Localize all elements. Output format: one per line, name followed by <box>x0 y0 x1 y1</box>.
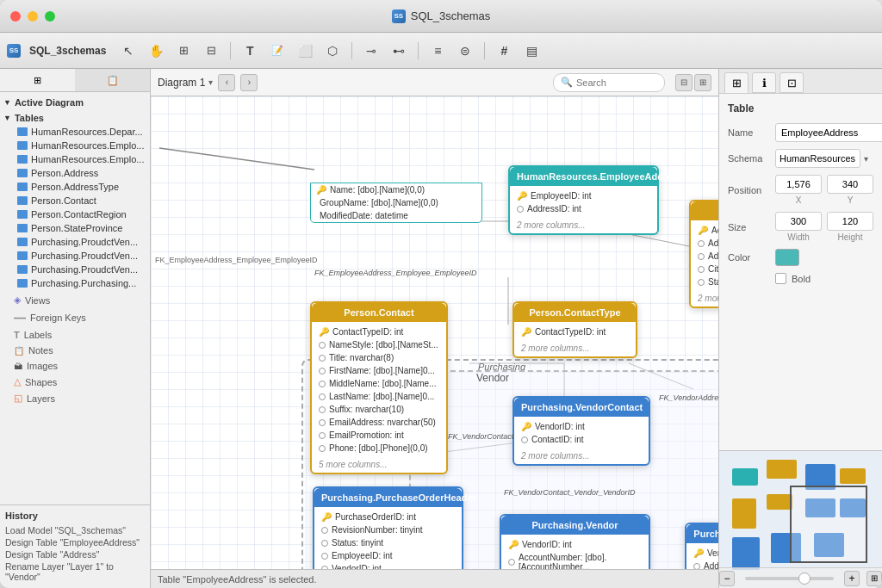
hand-tool-button[interactable]: ✋ <box>144 39 168 63</box>
x-input[interactable] <box>775 175 822 194</box>
table-person-contacttype[interactable]: Person.ContactType 🔑 ContactTypeID: int … <box>512 301 637 358</box>
history-item-4[interactable]: Rename Layer "Layer 1" to "Vendor" <box>5 560 145 583</box>
field-icon <box>508 559 515 566</box>
sidebar-tab-model[interactable]: 📋 <box>75 69 150 91</box>
note-tool-button[interactable]: 📝 <box>265 39 289 63</box>
sidebar-item-purchasing-1[interactable]: Purchasing.ProudctVen... <box>0 235 150 249</box>
mini-viewport[interactable] <box>790 486 867 563</box>
zoom-out-button[interactable]: + <box>844 571 860 586</box>
sidebar-item-layers[interactable]: ◱ Layers <box>0 390 150 406</box>
sidebar-item-person-addresstype[interactable]: Person.AddressType <box>0 180 150 194</box>
maximize-button[interactable] <box>45 11 55 22</box>
sidebar-item-hr-depar[interactable]: HumanResources.Depar... <box>0 125 150 139</box>
diagram-dropdown-icon[interactable]: ▾ <box>208 77 213 87</box>
table-vendor[interactable]: Purchasing.Vendor 🔑 VendorID: int Accoun… <box>500 514 650 569</box>
panel-name-label: Name <box>728 127 775 138</box>
color-swatch[interactable] <box>775 249 799 266</box>
history-item-2[interactable]: Design Table "EmployeeAddress" <box>5 536 145 548</box>
view-split-button[interactable]: ⊟ <box>675 74 693 91</box>
svg-line-3 <box>629 234 693 247</box>
table-employee-address[interactable]: HumanResources.EmployeeAddress 🔑 Employe… <box>508 165 659 235</box>
panel-schema-row: Schema HumanResources <box>728 149 873 168</box>
history-item-3[interactable]: Design Table "Address" <box>5 548 145 560</box>
view-tool-button[interactable]: ⊟ <box>199 39 223 63</box>
image-tool-button[interactable]: ⬜ <box>293 39 317 63</box>
table-header-vc: Purchasing.VendorContact <box>514 398 649 417</box>
sidebar-item-views[interactable]: ◈ Views <box>0 292 150 308</box>
nav-back-button[interactable]: ‹ <box>218 74 235 91</box>
close-button[interactable] <box>10 11 21 22</box>
right-tab-table[interactable]: ⊞ <box>724 72 748 93</box>
sidebar-item-images[interactable]: 🏔 Images <box>0 358 150 374</box>
table-icon <box>17 196 28 205</box>
sidebar-item-shapes[interactable]: △ Shapes <box>0 374 150 390</box>
nav-forward-button[interactable]: › <box>240 74 258 91</box>
sidebar-item-notes[interactable]: 📋 Notes <box>0 343 150 358</box>
tables-header[interactable]: Tables <box>0 111 150 125</box>
height-input[interactable] <box>827 212 873 231</box>
right-panel-content: Table Name Schema HumanResources Positio… <box>719 94 882 450</box>
table-icon <box>17 238 28 246</box>
table-row: 🔑 VendorID: int <box>514 420 649 433</box>
mini-shape-4 <box>732 498 756 529</box>
table-vendor-address[interactable]: Purchasing.VendorAddress 🔑 VendorID: int… <box>685 523 718 569</box>
y-input[interactable] <box>827 175 873 194</box>
equal-button[interactable]: ⊜ <box>453 39 477 63</box>
vendor-label: Vendor <box>476 372 509 384</box>
sidebar-item-purchasing-4[interactable]: Purchasing.Purchasing... <box>0 276 150 290</box>
table-name-1: HumanResources.Depar... <box>31 127 143 137</box>
panel-button[interactable]: ▤ <box>519 39 543 63</box>
table-row: StateProvinceID: int <box>691 275 718 288</box>
mini-map-footer: − + ⊞ <box>719 567 882 588</box>
zoom-in-button[interactable]: − <box>719 571 735 586</box>
link2-tool-button[interactable]: ⊷ <box>387 39 411 63</box>
link1-tool-button[interactable]: ⊸ <box>359 39 383 63</box>
bold-checkbox[interactable] <box>775 273 786 284</box>
table-row: Title: nvarchar(8) <box>312 351 446 364</box>
sidebar-item-purchasing-3[interactable]: Purchasing.ProudctVen... <box>0 263 150 276</box>
table-tool-button[interactable]: ⊞ <box>171 39 196 63</box>
table-row: VendorID: int <box>314 562 462 569</box>
mini-grid-button[interactable]: ⊞ <box>866 571 882 586</box>
width-label: Width <box>775 232 822 242</box>
sidebar-item-purchasing-2[interactable]: Purchasing.ProudctVen... <box>0 249 150 263</box>
diagram-canvas[interactable]: FK_EmployeeAddress_Employee_EmployeeID P… <box>151 96 718 569</box>
sidebar-item-person-contact[interactable]: Person.Contact <box>0 194 150 207</box>
align-button[interactable]: ≡ <box>425 39 450 63</box>
sidebar-item-hr-emplo2[interactable]: HumanResources.Emplo... <box>0 152 150 166</box>
table-purchase-order-header[interactable]: Purchasing.PurchaseOrderHeader 🔑 Purchas… <box>313 486 463 569</box>
sidebar-item-foreign-keys[interactable]: — Foreign Keys <box>0 308 150 327</box>
right-tab-sql[interactable]: ⊡ <box>780 72 804 93</box>
notes-label: Notes <box>28 345 53 356</box>
zoom-slider[interactable] <box>745 577 834 580</box>
zoom-thumb[interactable] <box>798 573 811 585</box>
active-diagram-header[interactable]: Active Diagram <box>0 96 150 109</box>
table-row: NameStyle: [dbo].[NameSt... <box>312 338 446 351</box>
sidebar-item-person-address[interactable]: Person.Address <box>0 166 150 180</box>
sidebar-item-hr-emplo1[interactable]: HumanResources.Emplo... <box>0 139 150 152</box>
view-full-button[interactable]: ⊞ <box>694 74 711 91</box>
sidebar-tab-diagram[interactable]: ⊞ <box>0 69 75 91</box>
field-icon <box>321 527 328 534</box>
field-icon <box>319 432 326 439</box>
table-person-address[interactable]: Person.Address 🔑 AddressID: int AddressL… <box>689 200 718 308</box>
minimize-button[interactable] <box>28 11 38 22</box>
right-tab-info[interactable]: ℹ <box>752 72 776 93</box>
table-person-contact[interactable]: Person.Contact 🔑 ContactTypeID: int Name… <box>310 301 448 474</box>
table-vendor-contact[interactable]: Purchasing.VendorContact 🔑 VendorID: int… <box>512 396 650 466</box>
sidebar-item-person-stateprovince[interactable]: Person.StateProvince <box>0 221 150 235</box>
panel-name-input[interactable] <box>775 123 882 142</box>
sidebar-item-person-contactregion[interactable]: Person.ContactRegion <box>0 207 150 221</box>
shape-tool-button[interactable]: ⬡ <box>320 39 345 63</box>
search-input[interactable] <box>576 77 657 88</box>
table-icon <box>17 265 28 274</box>
panel-schema-label: Schema <box>728 153 775 164</box>
cursor-tool-button[interactable]: ↖ <box>116 39 140 63</box>
table-row: MiddleName: [dbo].[Name... <box>312 377 446 390</box>
width-input[interactable] <box>775 212 822 231</box>
sidebar-item-labels[interactable]: T Labels <box>0 327 150 343</box>
history-item-1[interactable]: Load Model "SQL_3schemas" <box>5 524 145 536</box>
grid-button[interactable]: # <box>492 39 516 63</box>
text-tool-button[interactable]: T <box>238 39 262 63</box>
panel-schema-select[interactable]: HumanResources <box>775 149 860 168</box>
